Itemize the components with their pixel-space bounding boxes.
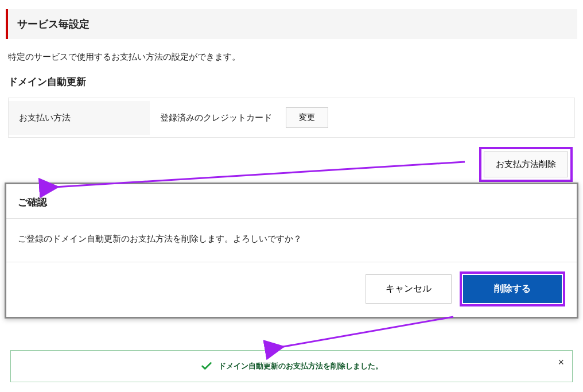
change-button[interactable]: 変更 bbox=[286, 107, 328, 128]
section-description: 特定のサービスで使用するお支払い方法の設定ができます。 bbox=[8, 52, 575, 63]
delete-payment-method-button[interactable]: お支払方法削除 bbox=[484, 152, 568, 177]
section-title-text: サービス毎設定 bbox=[17, 18, 90, 30]
success-toast: ドメイン自動更新のお支払方法を削除しました。 × bbox=[10, 350, 573, 382]
cancel-button[interactable]: キャンセル bbox=[366, 274, 452, 304]
confirm-dialog-footer: キャンセル 削除する bbox=[6, 262, 577, 317]
payment-method-value: 登録済みのクレジットカード bbox=[160, 112, 272, 123]
success-toast-message: ドメイン自動更新のお支払方法を削除しました。 bbox=[219, 361, 383, 371]
annotation-highlight-confirm: 削除する bbox=[460, 271, 565, 306]
payment-method-row: お支払い方法 登録済みのクレジットカード 変更 bbox=[8, 98, 575, 138]
svg-line-1 bbox=[280, 317, 453, 347]
sub-heading-domain-auto-renew: ドメイン自動更新 bbox=[8, 75, 575, 88]
annotation-highlight-delete: お支払方法削除 bbox=[479, 147, 573, 182]
confirm-dialog-title: ご確認 bbox=[6, 184, 577, 219]
delete-payment-method-area: お支払方法削除 bbox=[479, 147, 573, 182]
confirm-delete-button[interactable]: 削除する bbox=[463, 275, 562, 303]
payment-method-value-cell: 登録済みのクレジットカード 変更 bbox=[150, 98, 339, 137]
close-icon[interactable]: × bbox=[558, 356, 564, 368]
confirm-dialog-message: ご登録のドメイン自動更新のお支払方法を削除します。よろしいですか？ bbox=[6, 219, 577, 262]
section-title: サービス毎設定 bbox=[6, 9, 577, 39]
check-icon bbox=[200, 360, 213, 372]
confirm-dialog: ご確認 ご登録のドメイン自動更新のお支払方法を削除します。よろしいですか？ キャ… bbox=[5, 183, 578, 319]
payment-method-label: お支払い方法 bbox=[9, 101, 150, 135]
